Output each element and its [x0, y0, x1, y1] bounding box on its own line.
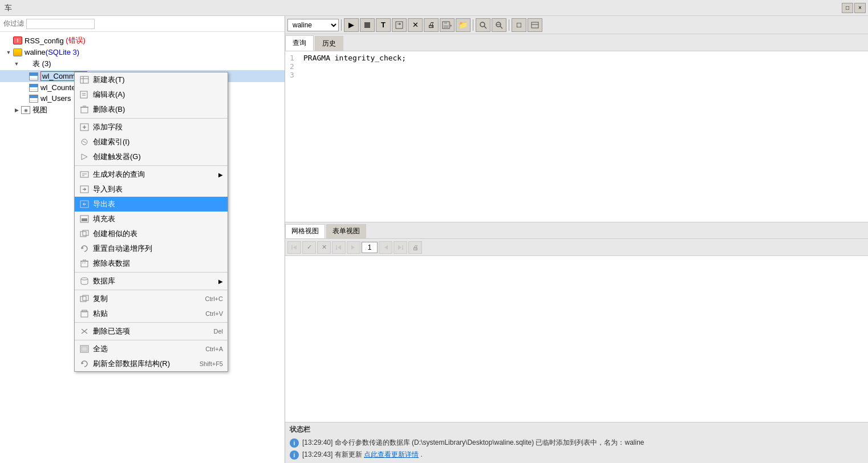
- window-button2[interactable]: [528, 18, 542, 32]
- title-buttons: □ ×: [842, 3, 866, 13]
- database-selector[interactable]: waline: [287, 19, 339, 31]
- result-first-button[interactable]: [287, 241, 301, 254]
- ctx-delete-table[interactable]: 删除表(B): [75, 102, 228, 117]
- ctx-reset-auto[interactable]: 重置自动递增序列: [75, 241, 228, 256]
- tab-grid[interactable]: 网格视图: [285, 224, 325, 238]
- export-button[interactable]: [392, 18, 407, 32]
- result-last-button[interactable]: [394, 241, 407, 254]
- clone-table-icon: [79, 229, 90, 238]
- svg-rect-41: [82, 347, 87, 351]
- waline-type: (SQLite 3): [46, 48, 79, 56]
- result-prev-first-button[interactable]: [332, 241, 346, 254]
- ctx-export-label: 导出表: [93, 199, 115, 209]
- result-next-button[interactable]: [379, 241, 392, 254]
- ctx-clear-data[interactable]: 擦除表数据: [75, 256, 228, 271]
- tree-item-waline[interactable]: ▼ waline (SQLite 3): [0, 47, 285, 58]
- title-bar: 车 □ ×: [0, 0, 868, 16]
- result-tabs: 网格视图 表单视图: [285, 222, 868, 239]
- filter-bar: 你过滤: [0, 16, 285, 32]
- restore-button[interactable]: □: [842, 3, 853, 13]
- ctx-import-label: 导入到表: [93, 184, 123, 194]
- query-editor[interactable]: 1 PRAGMA integrity_check; 2 3: [285, 51, 868, 222]
- svg-marker-42: [82, 362, 84, 364]
- print-button[interactable]: 🖨: [424, 18, 439, 32]
- ctx-select-all[interactable]: 全选 Ctrl+A: [75, 342, 228, 356]
- svg-rect-27: [83, 230, 88, 235]
- ctx-refresh-shortcut: Shift+F5: [200, 360, 223, 367]
- svg-marker-60: [293, 245, 297, 250]
- ctx-create-trigger[interactable]: 创建触发器(G): [75, 149, 228, 164]
- svg-rect-43: [364, 22, 370, 28]
- search-button[interactable]: [476, 18, 490, 32]
- ctx-clone-table[interactable]: 创建相似的表: [75, 226, 228, 241]
- ctx-add-field-label: 添加字段: [93, 122, 123, 132]
- status-link[interactable]: 点此查看更新详情: [364, 450, 419, 458]
- wl-users-label: wl_Users: [40, 94, 71, 103]
- import-icon: [79, 185, 90, 194]
- ctx-copy[interactable]: 复制 Ctrl+C: [75, 291, 228, 306]
- folder-button[interactable]: 📁: [456, 18, 470, 32]
- table-icon-users: [29, 95, 39, 103]
- svg-rect-25: [82, 218, 87, 221]
- ctx-clear-data-label: 擦除表数据: [93, 258, 130, 269]
- error-icon: !: [13, 36, 23, 44]
- create-index-icon: [79, 137, 90, 147]
- stop-button[interactable]: [360, 18, 375, 32]
- ctx-divider-6: [75, 340, 228, 340]
- result-print-button[interactable]: 🖨: [408, 241, 422, 254]
- sep3: [509, 19, 509, 31]
- status-bar: 状态栏 i [13:29:40] 命令行参数传递的数据库 (D:\systemL…: [285, 422, 868, 463]
- ctx-database-label: 数据库: [93, 276, 115, 286]
- title-text: 车: [2, 3, 12, 13]
- ctx-create-index[interactable]: 创建索引(I): [75, 135, 228, 149]
- svg-rect-15: [80, 172, 88, 177]
- save-split-button[interactable]: [440, 18, 455, 32]
- tables-label: 表 (3): [33, 59, 51, 69]
- tree-item-tables[interactable]: ▼ 表 (3): [0, 58, 285, 70]
- select-all-icon: [79, 344, 90, 354]
- tree-item-rss-config[interactable]: ! RSS_config (错误): [0, 34, 285, 47]
- window-button1[interactable]: □: [512, 18, 526, 32]
- ctx-import[interactable]: 导入到表: [75, 182, 228, 197]
- tab-query[interactable]: 查询: [285, 35, 314, 51]
- close-button[interactable]: ×: [854, 3, 866, 13]
- result-prev-button[interactable]: [347, 241, 360, 254]
- ctx-paste-shortcut: Ctrl+V: [205, 310, 223, 317]
- result-cancel-button[interactable]: ✕: [317, 241, 331, 254]
- ctx-refresh[interactable]: 刷新全部数据库结构(R) Shift+F5: [75, 356, 228, 371]
- rss-config-error: (错误): [64, 35, 86, 46]
- ctx-paste[interactable]: 粘贴 Ctrl+V: [75, 306, 228, 321]
- svg-point-52: [480, 22, 485, 27]
- svg-marker-62: [338, 245, 341, 250]
- ctx-database[interactable]: 数据库 ▶: [75, 274, 228, 289]
- ctx-delete-selected[interactable]: 删除已选项 Del: [75, 324, 228, 339]
- ctx-fill-label: 填充表: [93, 214, 115, 224]
- cross-button[interactable]: ✕: [408, 18, 423, 32]
- filter-input[interactable]: [26, 19, 95, 29]
- ctx-gen-query[interactable]: 生成对表的查询 ▶: [75, 167, 228, 182]
- line-num-2: 2: [290, 62, 299, 71]
- ctx-add-field[interactable]: 添加字段: [75, 120, 228, 135]
- svg-line-53: [484, 26, 486, 29]
- result-check-button[interactable]: ✓: [302, 241, 316, 254]
- db-icon: [13, 48, 23, 56]
- ctx-edit-table-label: 编辑表(A): [93, 90, 125, 100]
- ctx-clone-table-label: 创建相似的表: [93, 229, 137, 239]
- ctx-new-table-label: 新建表(T): [93, 75, 125, 85]
- ctx-new-table[interactable]: 新建表(T): [75, 72, 228, 87]
- ctx-edit-table[interactable]: 编辑表(A): [75, 87, 228, 102]
- rss-config-label: RSS_config: [25, 36, 64, 45]
- ctx-fill[interactable]: 填充表: [75, 212, 228, 226]
- search2-button[interactable]: [492, 18, 506, 32]
- gen-query-icon: [79, 170, 90, 179]
- tab-history[interactable]: 历史: [315, 36, 343, 51]
- ctx-gen-query-arrow: ▶: [218, 172, 223, 178]
- text-button[interactable]: T: [376, 18, 391, 32]
- run-button[interactable]: ▶: [344, 18, 359, 32]
- tab-form[interactable]: 表单视图: [326, 224, 366, 238]
- ctx-reset-auto-label: 重置自动递增序列: [93, 243, 152, 254]
- line-num-3: 3: [290, 71, 299, 79]
- page-input[interactable]: [362, 242, 378, 253]
- ctx-export[interactable]: 导出表: [75, 197, 228, 212]
- status-bar-title: 状态栏: [290, 425, 863, 434]
